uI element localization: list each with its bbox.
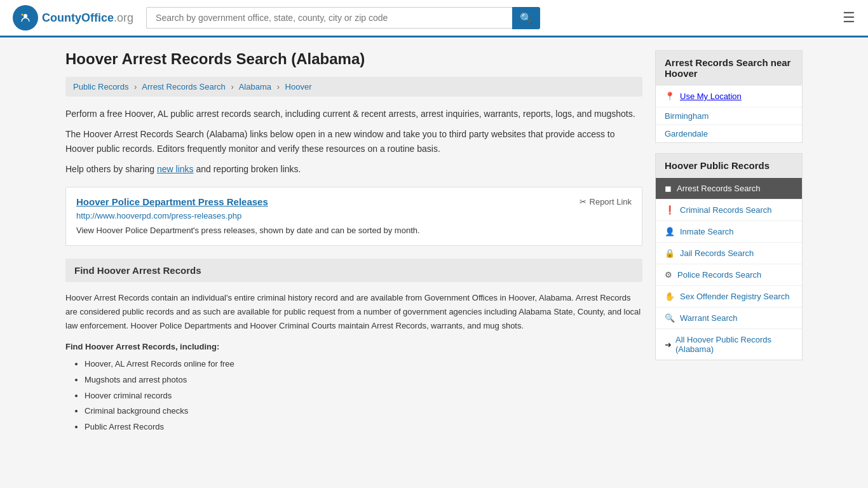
breadcrumb-alabama[interactable]: Alabama [239,82,271,92]
public-records-section: Hoover Public Records ◼ Arrest Records S… [655,153,803,360]
list-item: Hoover criminal records [85,388,642,404]
link-card: Hoover Police Department Press Releases … [65,187,642,247]
header: CountyOffice.org 🔍 ☰ [0,0,868,37]
search-button[interactable]: 🔍 [512,7,540,29]
sex-offender-icon: ✋ [665,292,675,301]
list-item: Public Arrest Records [85,419,642,435]
sidebar-item-police-records[interactable]: ⚙ Police Records Search [656,264,802,285]
search-bar: 🔍 [146,7,540,29]
page-title: Hoover Arrest Records Search (Alabama) [65,50,642,68]
logo-text: CountyOffice.org [42,11,133,25]
link-card-header: Hoover Police Department Press Releases … [76,196,632,207]
public-records-heading: Hoover Public Records [656,154,802,177]
new-links-link[interactable]: new links [157,164,194,174]
city-birmingham[interactable]: Birmingham [656,107,802,125]
find-list-title: Find Hoover Arrest Records, including: [65,342,642,351]
find-body: Hoover Arrest Records contain an individ… [65,291,642,333]
city-gardendale[interactable]: Gardendale [656,125,802,142]
scissors-icon: ✂ [580,197,587,207]
find-list: Hoover, AL Arrest Records online for fre… [65,356,642,435]
find-section-heading: Find Hoover Arrest Records [65,259,642,282]
sidebar-item-arrest-records[interactable]: ◼ Arrest Records Search [656,177,802,199]
link-url[interactable]: http://www.hooverpd.com/press-releases.p… [76,211,632,220]
sidebar: Arrest Records Search near Hoover 📍 Use … [655,50,803,435]
location-icon: 📍 [665,92,675,101]
search-input[interactable] [146,7,512,29]
list-item: Criminal background checks [85,403,642,419]
link-card-title[interactable]: Hoover Police Department Press Releases [76,196,268,207]
nearby-heading: Arrest Records Search near Hoover [656,51,802,85]
menu-icon[interactable]: ☰ [843,10,855,26]
sidebar-item-sex-offender[interactable]: ✋ Sex Offender Registry Search [656,285,802,307]
content-area: Hoover Arrest Records Search (Alabama) P… [65,50,642,435]
sidebar-item-criminal-records[interactable]: ❗ Criminal Records Search [656,199,802,220]
report-link[interactable]: ✂ Report Link [580,197,632,207]
svg-point-1 [24,14,27,18]
breadcrumb-arrest-records[interactable]: Arrest Records Search [142,82,226,92]
breadcrumb: Public Records › Arrest Records Search ›… [65,77,642,97]
sidebar-item-inmate-search[interactable]: 👤 Inmate Search [656,220,802,242]
logo-icon [13,5,38,30]
svg-point-2 [22,14,24,16]
inmate-icon: 👤 [665,227,675,236]
breadcrumb-hoover[interactable]: Hoover [285,82,312,92]
logo[interactable]: CountyOffice.org [13,5,133,30]
list-item: Hoover, AL Arrest Records online for fre… [85,356,642,372]
description-2: The Hoover Arrest Records Search (Alabam… [65,127,642,156]
breadcrumb-public-records[interactable]: Public Records [73,82,128,92]
warrant-icon: 🔍 [665,313,675,323]
sidebar-item-jail-records[interactable]: 🔒 Jail Records Search [656,242,802,264]
main-container: Hoover Arrest Records Search (Alabama) P… [53,37,815,448]
link-desc: View Hoover Police Department's press re… [76,224,632,237]
nearby-section: Arrest Records Search near Hoover 📍 Use … [655,50,803,143]
arrow-icon: ➜ [665,340,672,349]
all-public-records-link[interactable]: ➜ All Hoover Public Records (Alabama) [656,329,802,360]
description-3: Help others by sharing new links and rep… [65,162,642,176]
arrest-records-icon: ◼ [665,184,672,193]
use-my-location[interactable]: 📍 Use My Location [656,85,802,107]
police-icon: ⚙ [665,270,672,280]
description-1: Perform a free Hoover, AL public arrest … [65,107,642,121]
criminal-records-icon: ❗ [665,205,675,215]
list-item: Mugshots and arrest photos [85,372,642,388]
jail-icon: 🔒 [665,248,675,258]
sidebar-item-warrant[interactable]: 🔍 Warrant Search [656,307,802,329]
